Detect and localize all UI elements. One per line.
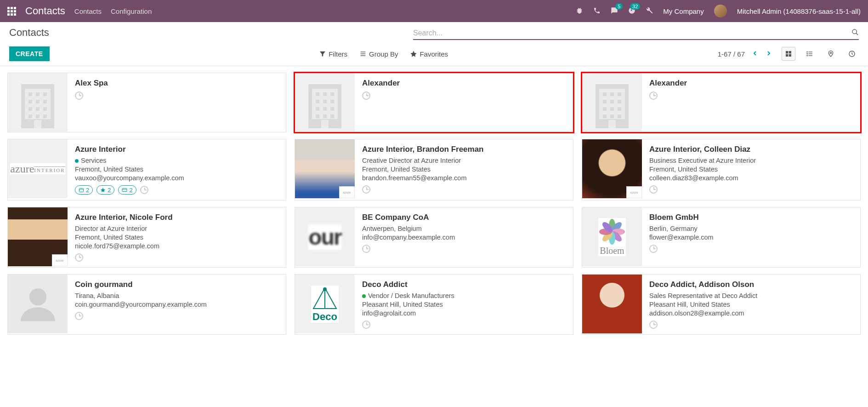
view-map-icon[interactable] [824,47,838,61]
contact-image: azure [8,207,68,266]
contact-location: Berlin, Germany [649,225,853,232]
tools-icon[interactable] [646,7,653,16]
activity-clock-icon[interactable] [649,185,658,194]
nav-contacts[interactable]: Contacts [74,7,102,15]
groupby-dropdown[interactable]: Group By [359,50,398,58]
list-icon [359,50,367,57]
svg-rect-5 [786,51,788,53]
view-kanban-icon[interactable] [782,47,795,61]
chat-icon[interactable]: 5 [611,7,618,16]
contact-card[interactable]: Coin gourmandTirana, Albaniacoin.gourman… [7,274,286,335]
contact-image: our [295,207,355,266]
user-avatar-icon[interactable] [714,5,727,17]
contact-location: Pleasant Hill, United States [649,301,853,308]
contact-card[interactable]: Deco Addict, Addison OlsonSales Represen… [582,274,861,335]
contact-name: Deco Addict [362,280,566,289]
stat-chip[interactable]: 2 [75,185,93,195]
contact-role: Creative Director at Azure Interior [362,157,566,164]
filters-label: Filters [329,50,347,58]
contact-location: Fremont, United States [362,166,566,173]
contact-card[interactable]: BloemBloem GmbHBerlin, Germanyflower@exa… [582,207,861,268]
contact-card[interactable]: ourBE Company CoAAntwerpen, Belgiuminfo@… [295,207,573,268]
contact-card[interactable]: Alexander [295,73,573,132]
contact-role: Sales Representative at Deco Addict [649,292,853,299]
contact-email: vauxoo@yourcompany.example.com [75,174,278,182]
svg-rect-8 [789,54,791,57]
activity-clock-icon[interactable] [140,186,148,194]
contact-name: Bloem GmbH [649,213,853,222]
svg-point-21 [29,288,46,305]
contact-image [8,73,68,132]
stat-chip[interactable]: 2 [96,185,114,195]
svg-point-13 [807,53,807,54]
contact-email: colleen.diaz83@example.com [649,174,853,182]
view-activity-icon[interactable] [845,47,859,61]
activity-clock-icon[interactable]: 32 [628,7,635,16]
activity-clock-icon[interactable] [362,185,370,194]
apps-icon[interactable] [7,7,16,16]
contact-location: Pleasant Hill, United States [362,301,566,308]
contact-role: Director at Azure Interior [75,225,278,232]
user-menu[interactable]: Mitchell Admin (14088376-saas-15-1-all) [737,7,861,15]
contact-email: info@agrolait.com [362,310,566,317]
pager-range[interactable]: 1-67 / 67 [718,50,745,58]
pager-next-icon[interactable] [765,50,772,58]
activity-clock-icon[interactable] [362,245,370,253]
company-sublogo-icon: azure [626,186,642,198]
contact-card[interactable]: azureAzure Interior, Nicole FordDirector… [7,207,286,268]
contact-image: azure [295,139,355,198]
contact-name: Coin gourmand [75,280,278,289]
company-switcher[interactable]: My Company [663,7,703,15]
contact-email: addison.olson28@example.com [649,310,853,317]
svg-rect-7 [786,54,788,57]
contact-card[interactable]: Alexander [582,73,861,132]
search-icon[interactable] [851,29,859,37]
contact-card[interactable]: azureAzure Interior, Colleen DiazBusines… [582,139,861,201]
create-button[interactable]: CREATE [9,46,50,61]
activity-clock-icon[interactable] [75,312,83,320]
app-brand[interactable]: Contacts [25,5,65,17]
activity-clock-icon[interactable] [649,245,658,253]
svg-rect-6 [789,51,791,53]
contact-name: Azure Interior [75,145,278,154]
contact-location: Antwerpen, Belgium [362,225,566,232]
contact-image: Bloem [582,207,642,266]
activity-clock-icon[interactable] [649,321,658,329]
activity-clock-icon[interactable] [75,253,83,262]
star-icon [410,50,417,57]
phone-icon[interactable] [593,7,601,16]
search-box[interactable] [413,27,859,40]
contact-location: Fremont, United States [649,166,853,173]
activity-clock-icon[interactable] [362,92,370,100]
svg-rect-19 [122,189,127,192]
activity-clock-icon[interactable] [362,321,370,329]
stat-chip[interactable]: 2 [118,185,136,195]
breadcrumb: Contacts [9,27,49,39]
company-placeholder-icon [308,84,341,128]
contact-card[interactable]: azureINTERIORAzure InteriorServicesFremo… [7,139,286,201]
svg-point-0 [852,29,857,34]
contact-card[interactable]: DecoDeco AddictVendor / Desk Manufacture… [295,274,573,335]
contact-image [582,275,642,333]
company-sublogo-icon: azure [339,186,355,198]
navbar: Contacts Contacts Configuration 5 32 My … [0,0,868,22]
view-list-icon[interactable] [803,47,817,61]
svg-rect-17 [79,189,84,192]
activity-clock-icon[interactable] [649,92,658,100]
activity-clock-icon[interactable] [75,92,83,100]
contact-email: nicole.ford75@example.com [75,242,278,250]
search-input[interactable] [413,29,851,37]
favorites-dropdown[interactable]: Favorites [410,50,448,58]
contact-name: Deco Addict, Addison Olson [649,280,853,289]
filters-dropdown[interactable]: Filters [319,50,347,58]
bug-icon[interactable] [576,7,583,16]
pager-prev-icon[interactable] [751,50,759,58]
contact-tag: Vendor / Desk Manufacturers [362,292,566,299]
contact-card[interactable]: azureAzure Interior, Brandon FreemanCrea… [295,139,573,201]
control-panel: Contacts CREATE Filters Group By Favorit… [0,22,868,66]
nav-configuration[interactable]: Configuration [111,7,152,15]
funnel-icon [319,50,326,57]
contact-card[interactable]: Alex Spa [7,73,286,132]
contact-email: brandon.freeman55@example.com [362,174,566,182]
company-sublogo-icon: azure [52,254,68,266]
